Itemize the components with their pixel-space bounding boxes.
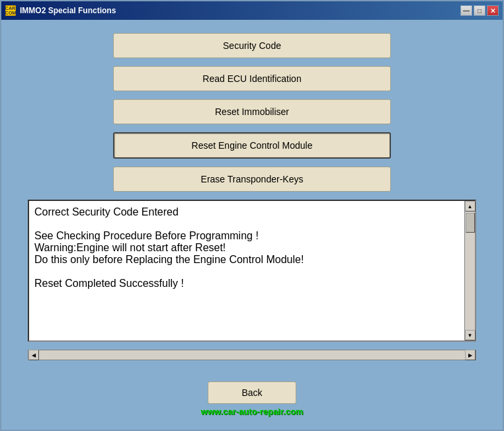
maximize-button[interactable]: □ bbox=[474, 5, 485, 16]
scroll-up-arrow[interactable]: ▲ bbox=[465, 201, 476, 212]
security-code-button[interactable]: Security Code bbox=[113, 33, 391, 58]
watermark: www.car-auto-repair.com bbox=[201, 407, 304, 416]
output-line-3: See Checking Procedure Before Programmin… bbox=[34, 230, 448, 242]
content-area: Security Code Read ECU Identification Re… bbox=[1, 20, 503, 373]
output-line-4: Warning:Engine will not start after Rese… bbox=[34, 242, 448, 254]
scroll-left-arrow[interactable]: ◀ bbox=[28, 350, 39, 360]
scroll-right-arrow[interactable]: ▶ bbox=[465, 350, 476, 360]
output-content: Correct Security Code Entered See Checki… bbox=[29, 201, 464, 340]
output-area: Correct Security Code Entered See Checki… bbox=[28, 200, 476, 342]
output-line-1: Correct Security Code Entered bbox=[34, 206, 448, 218]
output-text: Correct Security Code Entered See Checki… bbox=[34, 206, 459, 290]
title-bar: CARCOM IMMO2 Special Functions — □ ✕ bbox=[1, 1, 503, 20]
output-line-5: Do this only before Replacing the Engine… bbox=[34, 254, 448, 266]
output-line-2 bbox=[34, 218, 448, 230]
title-bar-left: CARCOM IMMO2 Special Functions bbox=[5, 5, 116, 16]
vertical-scrollbar[interactable]: ▲ ▼ bbox=[464, 201, 475, 340]
scroll-thumb[interactable] bbox=[466, 213, 475, 233]
app-icon: CARCOM bbox=[5, 5, 16, 16]
back-button[interactable]: Back bbox=[208, 381, 296, 404]
window-title: IMMO2 Special Functions bbox=[20, 6, 116, 15]
output-line-6 bbox=[34, 266, 448, 278]
title-controls: — □ ✕ bbox=[460, 5, 499, 16]
main-window: CARCOM IMMO2 Special Functions — □ ✕ Sec… bbox=[0, 0, 504, 431]
read-ecu-button[interactable]: Read ECU Identification bbox=[113, 66, 391, 91]
output-line-7: Reset Completed Successfully ! bbox=[34, 278, 448, 290]
close-button[interactable]: ✕ bbox=[487, 5, 499, 16]
erase-transponder-button[interactable]: Erase Transponder-Keys bbox=[113, 167, 391, 192]
reset-ecm-button[interactable]: Reset Engine Control Module bbox=[113, 132, 391, 159]
reset-immobiliser-button[interactable]: Reset Immobiliser bbox=[113, 99, 391, 124]
h-scroll-track bbox=[39, 350, 465, 360]
minimize-button[interactable]: — bbox=[460, 5, 472, 16]
horizontal-scrollbar[interactable]: ◀ ▶ bbox=[28, 350, 476, 360]
scroll-down-arrow[interactable]: ▼ bbox=[465, 330, 476, 340]
bottom-bar: Back www.car-auto-repair.com bbox=[1, 373, 503, 430]
